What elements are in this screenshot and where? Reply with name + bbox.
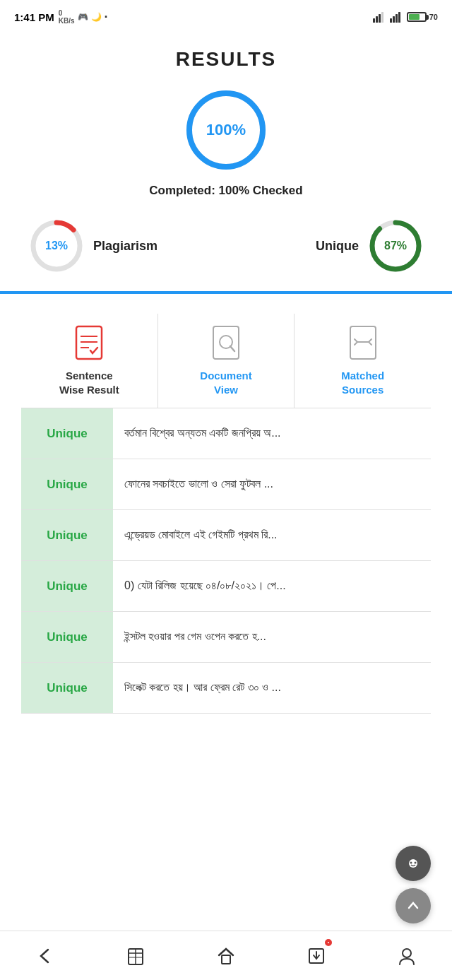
download-button[interactable]: •	[295, 935, 338, 977]
sentence-tab-label: SentenceWise Result	[59, 369, 119, 396]
result-badge: Unique	[21, 408, 113, 459]
profile-icon	[397, 946, 417, 966]
completion-percent: 100%	[206, 121, 246, 139]
badge-text: Unique	[47, 529, 88, 543]
results-list: Unique বর্তমান বিশ্বের অন্যতম একটি জনপ্র…	[21, 408, 431, 714]
dot-icon: ·	[105, 10, 108, 25]
book-button[interactable]	[114, 935, 157, 977]
tab-document[interactable]: DocumentView	[158, 314, 295, 408]
unique-percent: 87%	[384, 240, 407, 252]
result-row[interactable]: Unique এন্ড্রেয়ড মোবাইলে এই গেইমটি প্রথ…	[21, 510, 431, 561]
home-icon	[216, 946, 236, 966]
stats-row: 13% Plagiarism Unique 87%	[21, 218, 431, 274]
svg-point-33	[403, 949, 411, 957]
big-circle-container: 100%	[21, 88, 431, 172]
battery-icon	[407, 12, 427, 22]
up-arrow-icon	[406, 899, 420, 913]
result-badge: Unique	[21, 612, 113, 662]
badge-text: Unique	[47, 681, 88, 695]
result-text: ইন্সটল হওয়ার পর গেম ওপেন করতে হ...	[113, 618, 431, 656]
signal2-icon	[390, 11, 404, 23]
status-right: 70	[373, 11, 438, 23]
profile-button[interactable]	[386, 935, 428, 977]
fab-container	[396, 846, 431, 923]
game-icon: 🎮	[78, 12, 88, 22]
result-text: সিলেক্ট করতে হয়। আর ফ্রেম রেট ৩০ ও ...	[113, 668, 431, 707]
bug-icon	[405, 855, 422, 872]
result-badge: Unique	[21, 510, 113, 560]
matched-tab-icon	[346, 325, 380, 362]
svg-rect-6	[396, 14, 398, 23]
signal-icon	[373, 11, 387, 23]
result-row[interactable]: Unique ইন্সটল হওয়ার পর গেম ওপেন করতে হ.…	[21, 612, 431, 663]
back-button[interactable]	[24, 935, 66, 977]
badge-text: Unique	[47, 478, 88, 492]
badge-text: Unique	[47, 427, 88, 441]
matched-tab-label: MatchedSources	[341, 369, 384, 396]
plagiarism-label: Plagiarism	[93, 239, 157, 254]
status-icons: 0KB/s 🎮 🌙 ·	[59, 9, 108, 25]
svg-rect-30	[222, 955, 230, 964]
unique-stat: Unique 87%	[316, 218, 424, 274]
svg-rect-4	[390, 18, 392, 23]
result-row[interactable]: Unique 0) যেটা রিলিজ হয়েছে ০৪/০৮/২০২১। …	[21, 561, 431, 612]
result-text: ফোনের সবচাইতে ভালো ও সেরা ফুটবল ...	[113, 465, 431, 503]
result-row[interactable]: Unique সিলেক্ট করতে হয়। আর ফ্রেম রেট ৩০…	[21, 663, 431, 714]
result-badge: Unique	[21, 459, 113, 509]
svg-rect-1	[376, 16, 378, 23]
blue-divider	[0, 291, 452, 294]
unique-label: Unique	[316, 239, 359, 254]
download-icon	[307, 946, 326, 966]
result-text: এন্ড্রেয়ড মোবাইলে এই গেইমটি প্রথম রি...	[113, 516, 431, 554]
result-text: বর্তমান বিশ্বের অন্যতম একটি জনপ্রিয় অ..…	[113, 414, 431, 452]
arrows-doc-icon	[347, 325, 379, 362]
svg-rect-18	[213, 326, 239, 359]
plagiarism-percent: 13%	[45, 240, 68, 252]
tab-matched[interactable]: MatchedSources	[295, 314, 431, 408]
moon-icon: 🌙	[91, 12, 102, 22]
svg-point-25	[415, 862, 417, 864]
svg-rect-0	[373, 18, 375, 23]
plagiarism-stat: 13% Plagiarism	[28, 218, 157, 274]
svg-rect-2	[379, 14, 381, 23]
result-badge: Unique	[21, 561, 113, 611]
svg-rect-7	[398, 12, 400, 23]
fab-up-button[interactable]	[396, 888, 431, 923]
badge-text: Unique	[47, 630, 88, 644]
page-title: RESULTS	[21, 48, 431, 71]
completed-text: Completed: 100% Checked	[21, 184, 431, 198]
result-text: 0) যেটা রিলিজ হয়েছে ০৪/০৮/২০২১। পে...	[113, 567, 431, 605]
unique-circle: 87%	[367, 218, 424, 274]
battery-level: 70	[429, 13, 438, 21]
status-time: 1:41 PM	[14, 11, 54, 23]
result-badge: Unique	[21, 663, 113, 713]
download-badge: •	[325, 939, 332, 946]
result-row[interactable]: Unique বর্তমান বিশ্বের অন্যতম একটি জনপ্র…	[21, 408, 431, 459]
tabs-row: SentenceWise Result DocumentView	[21, 314, 431, 408]
sentence-tab-icon	[72, 325, 106, 362]
status-bar: 1:41 PM 0KB/s 🎮 🌙 · 70	[0, 0, 452, 34]
fab-bug-button[interactable]	[396, 846, 431, 881]
document-tab-icon	[209, 325, 243, 362]
svg-rect-5	[393, 16, 395, 23]
completion-circle: 100%	[184, 88, 268, 172]
back-icon	[35, 946, 55, 966]
svg-line-20	[230, 346, 234, 351]
home-button[interactable]	[205, 935, 247, 977]
svg-rect-3	[381, 12, 383, 23]
document-tab-label: DocumentView	[200, 369, 251, 396]
search-doc-icon	[210, 325, 242, 362]
book-icon	[126, 946, 145, 966]
main-content: RESULTS 100% Completed: 100% Checked 13%…	[0, 34, 452, 714]
plagiarism-circle: 13%	[28, 218, 85, 274]
svg-point-24	[410, 862, 412, 864]
result-row[interactable]: Unique ফোনের সবচাইতে ভালো ও সেরা ফুটবল .…	[21, 459, 431, 510]
bottom-nav: •	[0, 931, 452, 980]
badge-text: Unique	[47, 579, 88, 594]
document-check-icon	[73, 325, 105, 362]
tab-sentence[interactable]: SentenceWise Result	[21, 314, 158, 408]
data-speed-icon: 0KB/s	[59, 9, 75, 25]
